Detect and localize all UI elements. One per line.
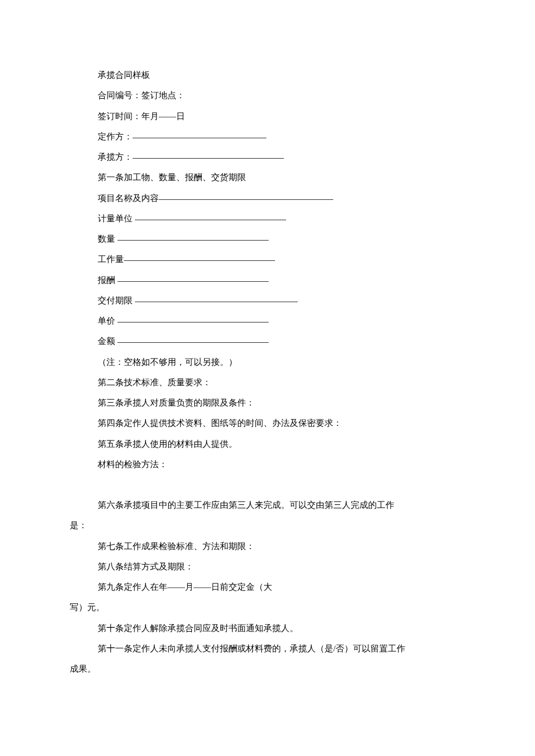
remuneration-line: 报酬 (70, 270, 465, 291)
article-9-text-a: 第九条定作人在年——月——日前交定金（大 (98, 582, 272, 592)
amount-blank (117, 342, 269, 343)
article-4-line: 第四条定作人提供技术资料、图纸等的时间、办法及保密要求： (70, 413, 465, 433)
article-10-text: 第十条定作人解除承揽合同应及时书面通知承揽人。 (98, 624, 298, 633)
contract-number-text: 合同编号：签订地点： (98, 91, 185, 100)
article-5-line: 第五条承揽人使用的材料由人提供。 (70, 434, 465, 454)
delivery-line: 交付期限 (70, 291, 465, 311)
unit-label: 计量单位 (98, 214, 133, 223)
article-11-text-b: 成果。 (70, 664, 96, 673)
article-7-text: 第七条工作成果检验标准、方法和期限： (98, 542, 255, 551)
party-a-label: 定作方： (98, 132, 133, 141)
article-2-line: 第二条技术标准、质量要求： (70, 372, 465, 393)
article-11-line-b: 成果。 (70, 659, 465, 679)
material-check-line: 材料的检验方法： (70, 454, 465, 475)
article-3-line: 第三条承揽人对质量负责的期限及条件： (70, 393, 465, 413)
article-9-line-b: 写）元。 (70, 597, 465, 618)
article-7-line: 第七条工作成果检验标准、方法和期限： (70, 536, 465, 557)
article-5-text: 第五条承揽人使用的材料由人提供。 (98, 439, 237, 449)
article-9-text-b: 写）元。 (70, 603, 105, 612)
document-page: 承揽合同样板 合同编号：签订地点： 签订时间：年月——日 定作方： 承揽方： 第… (0, 0, 535, 679)
sign-time-line: 签订时间：年月——日 (70, 106, 465, 127)
price-line: 单价 (70, 311, 465, 331)
article-1-line: 第一条加工物、数量、报酬、交货期限 (70, 167, 465, 188)
article-10-line: 第十条定作人解除承揽合同应及时书面通知承揽人。 (70, 618, 465, 639)
remuneration-blank (117, 281, 269, 282)
article-9-line-a: 第九条定作人在年——月——日前交定金（大 (70, 577, 465, 597)
article-8-text: 第八条结算方式及期限： (98, 562, 194, 571)
remuneration-label: 报酬 (98, 275, 115, 285)
article-11-text-a: 第十一条定作人未向承揽人支付报酬或材料费的，承揽人（是/否）可以留置工作 (98, 644, 405, 653)
price-blank (117, 322, 269, 323)
quantity-label: 数量 (98, 234, 115, 243)
unit-line: 计量单位 (70, 209, 465, 229)
article-2-text: 第二条技术标准、质量要求： (98, 378, 211, 387)
amount-label: 金额 (98, 336, 115, 346)
article-4-text: 第四条定作人提供技术资料、图纸等的时间、办法及保密要求： (98, 418, 342, 428)
workload-label: 工作量 (98, 255, 124, 264)
note-line: （注：空格如不够用，可以另接。） (70, 352, 465, 372)
price-label: 单价 (98, 316, 115, 325)
material-check-text: 材料的检验方法： (98, 460, 167, 469)
workload-line: 工作量 (70, 249, 465, 270)
article-6-line-a: 第六条承揽项目中的主要工作应由第三人来完成。可以交由第三人完成的工作 (70, 495, 465, 515)
article-6-line-b: 是： (70, 515, 465, 536)
project-name-blank (159, 199, 333, 200)
party-b-label: 承揽方： (98, 152, 133, 162)
project-name-label: 项目名称及内容 (98, 194, 159, 203)
paragraph-spacer (70, 475, 465, 495)
article-6-text-a: 第六条承揽项目中的主要工作应由第三人来完成。可以交由第三人完成的工作 (98, 500, 394, 510)
contract-number-line: 合同编号：签订地点： (70, 85, 465, 106)
party-a-blank (133, 138, 266, 138)
amount-line: 金额 (70, 331, 465, 352)
delivery-label: 交付期限 (98, 296, 133, 305)
sign-time-text: 签订时间：年月——日 (98, 112, 185, 121)
title-text: 承揽合同样板 (98, 70, 150, 80)
unit-blank (135, 220, 286, 220)
party-a-line: 定作方： (70, 127, 465, 147)
quantity-line: 数量 (70, 229, 465, 249)
delivery-blank (135, 302, 298, 302)
project-name-line: 项目名称及内容 (70, 188, 465, 209)
article-8-line: 第八条结算方式及期限： (70, 557, 465, 577)
article-3-text: 第三条承揽人对质量负责的期限及条件： (98, 398, 255, 407)
title-line: 承揽合同样板 (70, 65, 465, 85)
article-1-text: 第一条加工物、数量、报酬、交货期限 (98, 173, 246, 182)
workload-blank (124, 260, 275, 261)
party-b-blank (133, 158, 284, 159)
article-11-line-a: 第十一条定作人未向承揽人支付报酬或材料费的，承揽人（是/否）可以留置工作 (70, 639, 465, 659)
quantity-blank (117, 240, 269, 241)
note-text: （注：空格如不够用，可以另接。） (98, 357, 237, 367)
party-b-line: 承揽方： (70, 147, 465, 167)
article-6-text-b: 是： (70, 521, 87, 530)
